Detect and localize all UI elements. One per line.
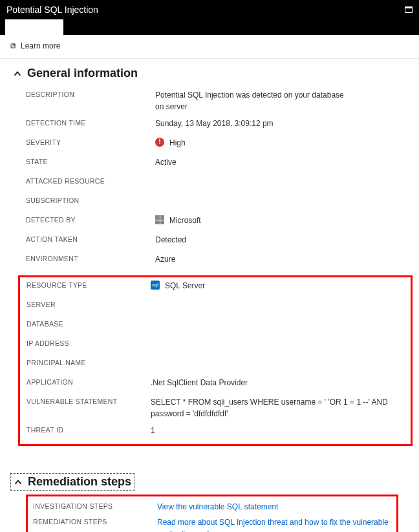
- learn-more-label: Learn more: [21, 41, 60, 50]
- row-description: DESCRIPTION Potential SQL Injection was …: [26, 87, 406, 115]
- row-subscription: SUBSCRIPTION: [26, 193, 406, 212]
- label-principal-name: PRINCIPAL NAME: [27, 357, 151, 367]
- label-resource-type: RESOURCE TYPE: [27, 280, 151, 289]
- row-attacked-resource: ATTACKED RESOURCE: [26, 173, 406, 193]
- value-description: Potential SQL Injection was detected on …: [155, 89, 349, 112]
- label-vulnerable-statement: VULNERABLE STATEMENT: [27, 396, 151, 405]
- chevron-up-icon: [14, 478, 23, 487]
- row-investigation-steps: INVESTIGATION STEPS View the vulnerable …: [28, 499, 391, 515]
- row-vulnerable-statement: VULNERABLE STATEMENT SELECT * FROM sqli_…: [27, 394, 405, 422]
- value-action-taken: Detected: [155, 234, 406, 246]
- label-detection-time: DETECTION TIME: [26, 118, 155, 127]
- value-detection-time: Sunday, 13 May 2018, 3:09:12 pm: [155, 118, 406, 129]
- resource-type-text: SQL Server: [165, 280, 205, 292]
- value-application: .Net SqlClient Data Provider: [151, 377, 405, 388]
- row-server: SERVER: [27, 297, 405, 316]
- value-severity: ! High: [155, 137, 406, 149]
- value-resource-type: sql SQL Server: [151, 280, 405, 292]
- row-application: APPLICATION .Net SqlClient Data Provider: [27, 374, 405, 394]
- label-ip-address: IP ADDRESS: [27, 338, 151, 347]
- label-investigation-steps: INVESTIGATION STEPS: [28, 501, 157, 510]
- value-detected-by: Microsoft: [155, 215, 406, 226]
- row-severity: SEVERITY ! High: [26, 134, 406, 154]
- highlighted-resource-block: RESOURCE TYPE sql SQL Server SERVER DATA…: [18, 275, 413, 446]
- row-resource-type: RESOURCE TYPE sql SQL Server: [27, 277, 405, 297]
- row-threat-id: THREAT ID 1: [27, 422, 405, 442]
- microsoft-icon: [155, 215, 164, 224]
- row-state: STATE Active: [26, 154, 406, 173]
- row-environment: ENVIRONMENT Azure: [26, 251, 406, 270]
- link-investigation-steps[interactable]: View the vulnerable SQL statement: [157, 501, 391, 513]
- general-info-toggle[interactable]: General information: [13, 67, 406, 80]
- label-severity: SEVERITY: [26, 137, 155, 146]
- label-attacked-resource: ATTACKED RESOURCE: [26, 176, 155, 185]
- link-remediation-steps[interactable]: Read more about SQL Injection threat and…: [157, 516, 391, 532]
- label-state: STATE: [26, 156, 155, 165]
- row-principal-name: PRINCIPAL NAME: [27, 355, 405, 374]
- row-detected-by: DETECTED BY Microsoft: [26, 212, 406, 231]
- sql-server-icon: sql: [151, 281, 160, 290]
- general-information-section: General information DESCRIPTION Potentia…: [0, 59, 419, 275]
- label-subscription: SUBSCRIPTION: [26, 195, 155, 204]
- label-description: DESCRIPTION: [26, 89, 155, 98]
- label-database: DATABASE: [27, 319, 151, 328]
- row-action-taken: ACTION TAKEN Detected: [26, 231, 406, 251]
- row-ip-address: IP ADDRESS: [27, 335, 405, 355]
- window-subbar: [0, 19, 419, 35]
- window-title: Potential SQL Injection: [6, 5, 98, 15]
- value-state: Active: [155, 156, 406, 168]
- remediation-highlight-block: INVESTIGATION STEPS View the vulnerable …: [26, 495, 398, 532]
- label-action-taken: ACTION TAKEN: [26, 234, 155, 243]
- remediation-section: Remediation steps INVESTIGATION STEPS Vi…: [0, 465, 419, 532]
- row-detection-time: DETECTION TIME Sunday, 13 May 2018, 3:09…: [26, 115, 406, 134]
- window-restore-icon[interactable]: [405, 6, 413, 13]
- general-info-table: DESCRIPTION Potential SQL Injection was …: [13, 87, 406, 270]
- row-database: DATABASE: [27, 316, 405, 335]
- severity-text: High: [169, 137, 186, 149]
- general-info-heading: General information: [27, 67, 138, 80]
- row-remediation-steps: REMEDIATION STEPS Read more about SQL In…: [28, 515, 391, 532]
- learn-more-link[interactable]: Learn more: [0, 35, 419, 59]
- label-threat-id: THREAT ID: [27, 425, 151, 434]
- value-environment: Azure: [155, 253, 406, 265]
- chevron-up-icon: [13, 69, 22, 78]
- remediation-heading: Remediation steps: [28, 475, 131, 489]
- label-environment: ENVIRONMENT: [26, 253, 155, 262]
- detected-by-text: Microsoft: [169, 215, 201, 226]
- external-link-icon: [9, 42, 17, 50]
- value-threat-id: 1: [151, 425, 405, 436]
- severity-high-icon: !: [155, 138, 164, 147]
- label-remediation-steps: REMEDIATION STEPS: [28, 516, 157, 526]
- remediation-toggle[interactable]: Remediation steps: [10, 473, 134, 491]
- active-tab-indicator: [5, 19, 63, 35]
- label-server: SERVER: [27, 299, 151, 308]
- label-application: APPLICATION: [27, 377, 151, 386]
- value-vulnerable-statement: SELECT * FROM sqli_users WHERE username …: [151, 396, 405, 420]
- window-titlebar: Potential SQL Injection: [0, 0, 419, 19]
- label-detected-by: DETECTED BY: [26, 215, 155, 224]
